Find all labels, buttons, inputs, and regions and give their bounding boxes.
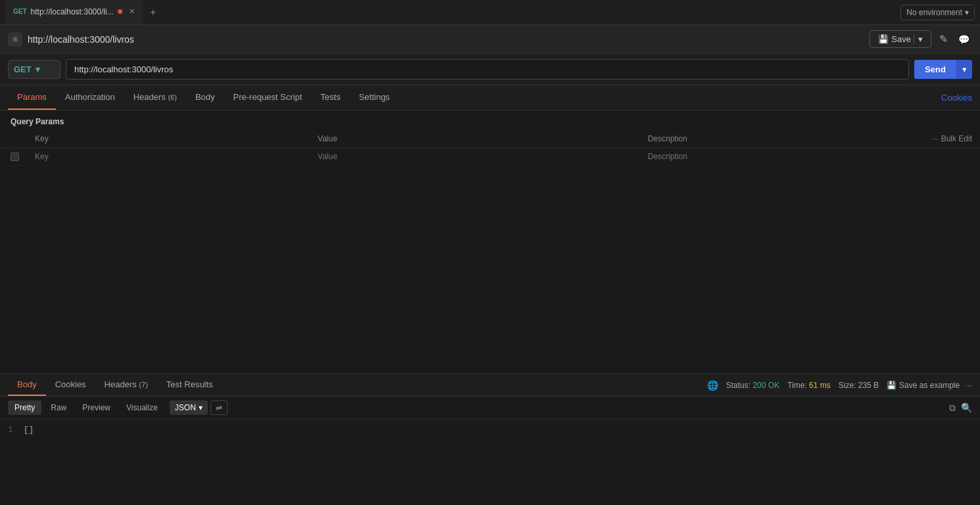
globe-icon: 🌐 bbox=[707, 380, 718, 391]
value-input[interactable] bbox=[318, 152, 632, 161]
query-params-title: Query Params bbox=[0, 110, 980, 130]
tab-bar-right: No environment ▾ bbox=[900, 5, 975, 20]
description-column-header: Description bbox=[640, 130, 924, 148]
checkbox-header bbox=[0, 130, 27, 148]
request-tabs-list: Params Authorization Headers (6) Body Pr… bbox=[8, 85, 941, 110]
tab-authorization[interactable]: Authorization bbox=[56, 85, 124, 110]
send-button-group: Send ▾ bbox=[914, 60, 972, 79]
environment-chevron: ▾ bbox=[965, 8, 969, 17]
status-value: 200 OK bbox=[752, 381, 779, 390]
search-button[interactable]: 🔍 bbox=[961, 402, 972, 413]
tab-url: http://localhost:3000/li... bbox=[31, 7, 114, 16]
key-column-header: Key bbox=[27, 130, 310, 148]
wrap-button[interactable]: ⇌ bbox=[210, 400, 228, 415]
size-label: Size: 235 B bbox=[839, 381, 879, 390]
format-type-label: JSON bbox=[175, 403, 196, 412]
tab-tests[interactable]: Tests bbox=[311, 85, 349, 110]
save-example-label: Save as example bbox=[899, 381, 960, 390]
comment-button[interactable]: 💬 bbox=[956, 32, 972, 47]
new-tab-button[interactable]: + bbox=[145, 5, 161, 20]
description-input[interactable] bbox=[648, 152, 916, 161]
bulk-edit-header: ··· Bulk Edit bbox=[924, 130, 980, 148]
line-number: 1 bbox=[8, 425, 13, 435]
method-label: GET bbox=[14, 64, 32, 74]
url-bar: GET ▾ Send ▾ bbox=[0, 54, 980, 85]
send-dropdown-arrow[interactable]: ▾ bbox=[956, 60, 972, 79]
row-actions-cell bbox=[924, 148, 980, 166]
format-bar-right: ⧉ 🔍 bbox=[949, 402, 972, 414]
tab-settings[interactable]: Settings bbox=[350, 85, 399, 110]
environment-label: No environment bbox=[906, 8, 962, 17]
response-tab-cookies[interactable]: Cookies bbox=[46, 374, 95, 396]
more-icon: ··· bbox=[932, 134, 939, 143]
response-status-bar: 🌐 Status: 200 OK Time: 61 ms Size: 235 B… bbox=[707, 380, 972, 391]
save-dropdown-arrow[interactable]: ▾ bbox=[914, 34, 923, 44]
copy-button[interactable]: ⧉ bbox=[949, 402, 956, 414]
cookies-link[interactable]: Cookies bbox=[941, 93, 972, 103]
save-example-button[interactable]: 💾 Save as example bbox=[887, 381, 960, 390]
time-value: 61 ms bbox=[809, 381, 831, 390]
time-label: Time: 61 ms bbox=[787, 381, 831, 390]
value-column-header: Value bbox=[310, 130, 640, 148]
response-section: Body Cookies Headers (7) Test Results 🌐 … bbox=[0, 373, 980, 505]
tab-item[interactable]: GET http://localhost:3000/li... ✕ bbox=[5, 0, 143, 24]
row-checkbox-cell bbox=[0, 148, 27, 166]
table-row bbox=[0, 148, 980, 166]
code-output-area: 1[] bbox=[0, 420, 980, 440]
format-type-selector[interactable]: JSON ▾ bbox=[170, 400, 208, 415]
wrap-icon: ⇌ bbox=[216, 403, 222, 412]
tab-prerequest[interactable]: Pre-request Script bbox=[224, 85, 312, 110]
request-icon: ⊞ bbox=[8, 32, 22, 47]
bulk-edit-button[interactable]: ··· Bulk Edit bbox=[932, 134, 972, 143]
url-input[interactable] bbox=[66, 59, 909, 80]
key-input[interactable] bbox=[35, 152, 302, 161]
format-chevron: ▾ bbox=[199, 403, 203, 412]
response-more-button[interactable]: ··· bbox=[965, 380, 972, 390]
save-label[interactable]: Save bbox=[891, 34, 911, 44]
request-title-bar: ⊞ http://localhost:3000/livros 💾 Save ▾ … bbox=[0, 25, 980, 54]
bulk-edit-label: Bulk Edit bbox=[941, 134, 972, 143]
tab-close-button[interactable]: ✕ bbox=[129, 7, 135, 16]
format-tab-pretty[interactable]: Pretty bbox=[8, 400, 41, 415]
environment-selector[interactable]: No environment ▾ bbox=[900, 5, 975, 20]
value-cell bbox=[310, 148, 640, 166]
status-label: Status: 200 OK bbox=[726, 381, 779, 390]
format-tab-visualize[interactable]: Visualize bbox=[120, 400, 164, 415]
method-chevron: ▾ bbox=[36, 64, 40, 74]
response-tab-test-results[interactable]: Test Results bbox=[157, 374, 222, 396]
tab-headers[interactable]: Headers (6) bbox=[124, 85, 186, 110]
save-button-group: 💾 Save ▾ bbox=[870, 30, 931, 48]
format-tab-preview[interactable]: Preview bbox=[76, 400, 117, 415]
request-title-text: http://localhost:3000/livros bbox=[28, 34, 134, 45]
request-tabs-section: Params Authorization Headers (6) Body Pr… bbox=[0, 85, 980, 110]
tab-bar: GET http://localhost:3000/li... ✕ + No e… bbox=[0, 0, 980, 25]
grid-icon: ⊞ bbox=[12, 36, 18, 43]
request-bar-actions: 💾 Save ▾ ✎ 💬 bbox=[870, 30, 972, 48]
tab-unsaved-dot bbox=[118, 9, 122, 14]
key-cell bbox=[27, 148, 310, 166]
tab-method: GET bbox=[13, 8, 27, 15]
query-params-table: Key Value Description ··· Bulk Edit bbox=[0, 130, 980, 166]
tab-body[interactable]: Body bbox=[186, 85, 224, 110]
row-checkbox[interactable] bbox=[11, 153, 19, 161]
method-selector[interactable]: GET ▾ bbox=[8, 60, 61, 79]
size-value: 235 B bbox=[858, 381, 879, 390]
response-actions: 💾 Save as example ··· bbox=[887, 380, 972, 390]
format-bar: Pretty Raw Preview Visualize JSON ▾ ⇌ ⧉ … bbox=[0, 397, 980, 420]
response-tabs-bar: Body Cookies Headers (7) Test Results 🌐 … bbox=[0, 374, 980, 397]
response-tab-headers[interactable]: Headers (7) bbox=[95, 374, 157, 396]
tab-params[interactable]: Params bbox=[8, 85, 56, 110]
description-cell bbox=[640, 148, 924, 166]
send-button[interactable]: Send bbox=[914, 60, 956, 79]
save-icon-2: 💾 bbox=[887, 381, 896, 390]
request-title-section: ⊞ http://localhost:3000/livros bbox=[8, 32, 864, 47]
code-content: [] bbox=[24, 425, 34, 435]
format-tab-raw[interactable]: Raw bbox=[44, 400, 73, 415]
edit-button[interactable]: ✎ bbox=[937, 30, 950, 48]
response-tab-body[interactable]: Body bbox=[8, 374, 46, 396]
save-icon: 💾 bbox=[878, 34, 889, 44]
